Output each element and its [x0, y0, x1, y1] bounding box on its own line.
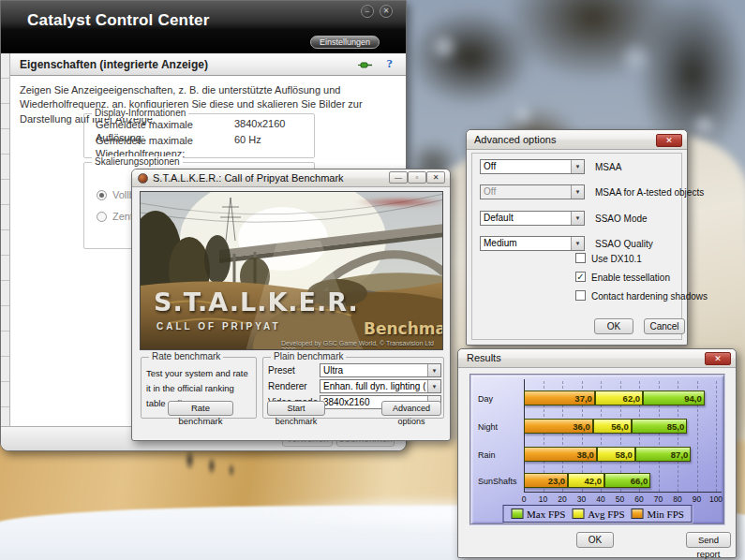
groupbox-title: Plain benchmark [271, 351, 346, 361]
bar-value-label: 66,0 [631, 476, 648, 486]
chevron-down-icon[interactable]: ▼ [427, 364, 440, 376]
minimize-button[interactable]: — [389, 171, 408, 184]
field-label-ssao-quality: SSAO Quality [595, 239, 653, 249]
x-tick-label: 60 [630, 494, 648, 504]
pin-icon[interactable] [358, 60, 372, 72]
stalker-subtitle: CALL OF PRIPYAT [156, 321, 281, 332]
legend-item-max-fps: Max FPS [511, 508, 565, 520]
field-label-msaa-for-a-tested-objects: MSAA for A-tested objects [595, 187, 704, 198]
cancel-button[interactable]: Cancel [644, 318, 685, 334]
checkbox-enable-tessellation[interactable]: ✓ [575, 272, 586, 282]
preset-combo[interactable]: Ultra▼ [320, 363, 441, 377]
stalker-benchmark-window: S.T.A.L.K.E.R.: Call of Pripyat Benchmar… [131, 169, 451, 441]
renderer-combo[interactable]: Enhan. full dyn. lighting (DX11)▼ [320, 379, 441, 393]
combo-value: Ultra [323, 365, 425, 376]
close-button[interactable]: ✕ [656, 134, 682, 147]
combo-value: Enhan. full dyn. lighting (DX11) [323, 381, 425, 391]
bar-segment-avg-fps-rain: 58,0 [597, 447, 635, 462]
ssao-quality-combo[interactable]: Medium▼ [480, 236, 585, 251]
ccc-titlebar[interactable]: Catalyst Control Center – ✕ Einstellunge… [1, 1, 406, 53]
help-icon[interactable]: ? [387, 56, 394, 71]
field-label-ssao-mode: SSAO Mode [595, 214, 648, 224]
legend-label: Min FPS [648, 508, 684, 520]
bar-value-label: 94,0 [684, 393, 702, 404]
results-titlebar[interactable]: Results ✕ [458, 349, 736, 368]
field-label-msaa: MSAA [595, 162, 621, 172]
close-button[interactable]: ✕ [380, 5, 393, 18]
chevron-down-icon[interactable]: ▼ [571, 185, 584, 199]
red-artifact [354, 198, 443, 207]
bar-segment-min-fps-day: 37,0 [524, 391, 595, 405]
bar-segment-avg-fps-night: 56,0 [593, 419, 632, 434]
desktop: Catalyst Control Center – ✕ Einstellunge… [0, 0, 745, 560]
bar-segment-min-fps-sunshafts: 23,0 [524, 473, 568, 488]
category-label-day: Day [478, 394, 493, 404]
minimize-button[interactable]: – [361, 5, 374, 18]
info-value: 60 Hz [234, 134, 261, 145]
legend-label: Max FPS [527, 508, 565, 520]
restore-button[interactable]: ▫ [408, 171, 426, 184]
legend-swatch [572, 508, 584, 519]
x-tick-label: 10 [534, 494, 553, 504]
advanced-window-title: Advanced options [474, 134, 556, 145]
legend-swatch [511, 508, 523, 519]
x-tick-label: 30 [573, 494, 591, 504]
start-benchmark-button[interactable]: Start benchmark [267, 401, 325, 416]
category-label-night: Night [478, 422, 498, 432]
bar-value-label: 62,0 [623, 393, 641, 404]
wallpaper-bear-claws [171, 450, 245, 479]
settings-button[interactable]: Einstellungen [310, 36, 380, 49]
radio-vollbild[interactable] [97, 190, 107, 200]
benchmark-label: Benchmark [364, 319, 443, 338]
bar-value-label: 23,0 [548, 476, 566, 486]
x-tick-label: 100 [707, 494, 725, 504]
msaa-for-a-tested-objects-combo[interactable]: Off▼ [480, 184, 585, 199]
display-info-groupbox: Display-Informationen Gemeldete maximale… [83, 113, 315, 158]
bar-segment-min-fps-rain: 38,0 [524, 447, 597, 462]
send-report-button[interactable]: Send report [686, 532, 731, 548]
legend-label: Avg FPS [588, 508, 624, 520]
plain-benchmark-groupbox: Plain benchmark PresetUltra▼RendererEnha… [262, 357, 444, 419]
groupbox-title: Display-Informationen [92, 108, 188, 118]
combo-value: Medium [484, 238, 569, 248]
bar-segment-max-fps-sunshafts: 66,0 [604, 473, 650, 488]
benchmark-titlebar[interactable]: S.T.A.L.K.E.R.: Call of Pripyat Benchmar… [132, 169, 450, 187]
results-window-title: Results [467, 352, 501, 363]
radio-zentriert[interactable] [97, 212, 107, 222]
legend-item-avg-fps: Avg FPS [572, 508, 624, 520]
advanced-titlebar[interactable]: Advanced options ✕ [467, 130, 687, 150]
rate-benchmark-button[interactable]: Rate benchmark [168, 401, 233, 416]
checkbox-contact-hardening-shadows[interactable] [575, 290, 586, 301]
app-icon [138, 173, 148, 184]
benchmark-window-title: S.T.A.L.K.E.R.: Call of Pripyat Benchmar… [153, 172, 344, 184]
ssao-mode-combo[interactable]: Default▼ [480, 211, 585, 226]
ccc-window-title: Catalyst Control Center [27, 11, 209, 30]
bar-value-label: 37,0 [574, 393, 592, 404]
bar-segment-max-fps-night: 85,0 [632, 419, 687, 434]
x-tick-label: 0 [514, 494, 533, 504]
chevron-down-icon[interactable]: ▼ [571, 212, 584, 225]
legend-item-min-fps: Min FPS [632, 508, 684, 520]
chevron-down-icon[interactable]: ▼ [571, 237, 584, 250]
close-button[interactable]: ✕ [426, 171, 445, 184]
checkbox-use-dx10-1[interactable] [575, 253, 586, 263]
bar-segment-max-fps-rain: 87,0 [635, 447, 691, 462]
chevron-down-icon[interactable]: ▼ [427, 380, 440, 392]
x-tick-label: 20 [553, 494, 572, 504]
chevron-down-icon[interactable]: ▼ [571, 160, 584, 173]
fps-chart: 0102030405060708090100Day37,062,094,0Nig… [469, 374, 725, 525]
bar-value-label: 85,0 [667, 421, 685, 432]
category-label-rain: Rain [478, 450, 496, 460]
collapsed-tree-panel[interactable] [1, 53, 10, 428]
ok-button[interactable]: OK [594, 318, 633, 334]
bar-value-label: 87,0 [671, 449, 689, 460]
x-tick-label: 90 [688, 494, 707, 504]
bar-value-label: 56,0 [611, 421, 629, 432]
groupbox-title: Rate benchmark [149, 351, 223, 361]
advanced-options-button[interactable]: Advanced options [381, 401, 441, 416]
advanced-content: Off▼MSAAOff▼MSAA for A-tested objectsDef… [471, 153, 682, 340]
ok-button[interactable]: OK [576, 532, 614, 548]
msaa-combo[interactable]: Off▼ [480, 159, 585, 174]
groupbox-title: Skalierungsoptionen [92, 156, 183, 167]
close-button[interactable]: ✕ [705, 352, 731, 365]
